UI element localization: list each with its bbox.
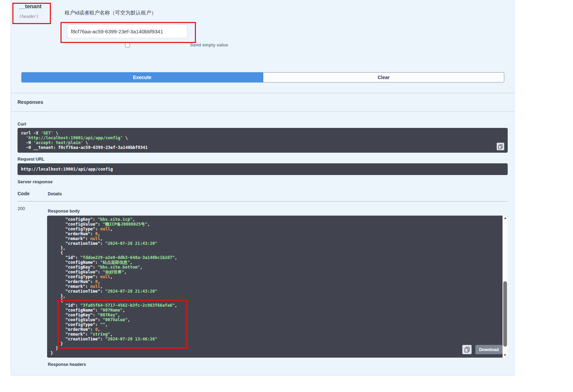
curl-label: Curl xyxy=(18,122,26,127)
clipboard-icon xyxy=(464,347,470,352)
scrollbar-up-arrow-icon[interactable] xyxy=(504,217,507,219)
responses-top-divider xyxy=(11,93,515,93)
request-url-text: http://localhost:19001/api/app/config xyxy=(18,163,508,175)
response-headers-label: Response headers xyxy=(48,362,86,367)
request-url-block: http://localhost:19001/api/app/config xyxy=(18,163,508,175)
annotation-box-parameter-name xyxy=(12,3,51,24)
annotation-box-response-item xyxy=(58,300,187,349)
swagger-ui-page: __tenant (header) 租户id或者租户名称（可空为默认租户） Se… xyxy=(0,0,573,392)
responses-section-title: Responses xyxy=(18,99,43,105)
parameter-description: 租户id或者租户名称（可空为默认租户） xyxy=(65,10,156,16)
scrollbar-thumb[interactable] xyxy=(503,281,507,347)
response-body-label: Response body xyxy=(48,209,80,214)
clear-button[interactable]: Clear xyxy=(263,72,504,83)
code-column-header: Code xyxy=(18,191,30,196)
copy-response-button[interactable] xyxy=(462,345,472,354)
server-response-label: Server response xyxy=(18,179,53,184)
execute-button[interactable]: Execute xyxy=(21,72,263,83)
scrollbar-down-arrow-icon[interactable] xyxy=(504,354,506,356)
table-header-divider xyxy=(18,201,508,202)
curl-command-text: curl -X 'GET' \ 'http://localhost:19001/… xyxy=(18,128,508,153)
responses-header-divider xyxy=(11,111,515,112)
annotation-box-tenant-input xyxy=(60,22,196,43)
request-url-label: Request URL xyxy=(18,157,44,162)
send-empty-value-label: Send empty value xyxy=(190,42,228,47)
response-scrollbar[interactable] xyxy=(503,216,508,358)
download-button[interactable]: Download xyxy=(475,345,503,354)
copy-curl-button[interactable] xyxy=(497,143,504,150)
details-column-header: Details xyxy=(48,192,62,196)
clipboard-icon xyxy=(498,144,503,149)
status-code: 200 xyxy=(18,206,25,211)
curl-command-block: curl -X 'GET' \ 'http://localhost:19001/… xyxy=(18,128,508,153)
send-empty-value-checkbox[interactable] xyxy=(125,43,130,47)
